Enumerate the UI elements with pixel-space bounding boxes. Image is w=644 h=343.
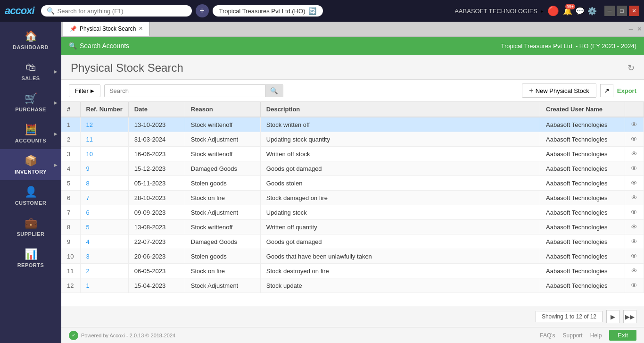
table-row[interactable]: 9 4 22-07-2023 Damaged Goods Goods got d… [61, 234, 644, 249]
table-row[interactable]: 1 12 13-10-2023 Stock writtenoff Stock w… [61, 117, 644, 132]
table-header-row: # Ref. Number Date Reason Description Cr… [61, 102, 644, 117]
refresh-icon[interactable]: 🔄 [308, 7, 316, 15]
global-search-input[interactable] [58, 8, 186, 15]
view-icon[interactable]: 👁 [631, 121, 637, 128]
cell-ref[interactable]: 10 [80, 147, 128, 161]
table-row[interactable]: 10 3 20-06-2023 Stolen goods Goods that … [61, 249, 644, 264]
cell-action[interactable]: 👁 [625, 132, 644, 147]
table-row[interactable]: 4 9 15-12-2023 Damaged Goods Goods got d… [61, 161, 644, 176]
accounts-icon: 🧮 [25, 124, 37, 136]
cell-ref[interactable]: 12 [80, 117, 128, 132]
cell-ref[interactable]: 3 [80, 249, 128, 264]
cell-action[interactable]: 👁 [625, 234, 644, 249]
view-icon[interactable]: 👁 [631, 209, 637, 216]
table-row[interactable]: 5 8 05-11-2023 Stolen goods Goods stolen… [61, 176, 644, 191]
cell-date: 13-08-2023 [128, 220, 185, 234]
cell-action[interactable]: 👁 [625, 205, 644, 220]
tab-close-icon[interactable]: ✕ [139, 25, 143, 32]
exit-button[interactable]: Exit [609, 330, 636, 341]
faqs-link[interactable]: FAQ's [540, 332, 555, 339]
search-input-bar[interactable]: 🔍 [104, 84, 283, 97]
export-button[interactable]: Export [617, 87, 636, 94]
pagination-next-button[interactable]: ▶ [606, 310, 619, 323]
view-icon[interactable]: 👁 [631, 194, 637, 201]
close-button[interactable]: ✕ [629, 6, 639, 16]
table-row[interactable]: 11 2 06-05-2023 Stock on fire Stock dest… [61, 264, 644, 278]
company-period-label: Tropical Treasures Pvt Ltd. - HO (FY 202… [501, 42, 636, 50]
view-icon[interactable]: 👁 [631, 238, 637, 245]
notification-icon[interactable]: 🔔 99+ [563, 7, 572, 16]
view-icon[interactable]: 👁 [631, 223, 637, 231]
page-refresh-icon[interactable]: ↻ [627, 63, 635, 73]
tab-close-all-icon[interactable]: ✕ [637, 25, 642, 33]
cell-ref[interactable]: 8 [80, 176, 128, 191]
tab-physical-stock-search[interactable]: 📌 Physical Stock Search ✕ [63, 22, 150, 36]
view-icon[interactable]: 👁 [631, 267, 637, 275]
table-row[interactable]: 12 1 15-04-2023 Stock Adjustment Stock u… [61, 278, 644, 293]
message-icon[interactable]: 💬 [575, 7, 585, 16]
settings-icon[interactable]: ⚙️ [587, 7, 597, 16]
sidebar-item-supplier[interactable]: 💼 SUPPLIER [0, 211, 61, 243]
cell-ref[interactable]: 11 [80, 132, 128, 147]
col-header-ref: Ref. Number [80, 102, 128, 117]
sidebar-label-reports: REPORTS [17, 262, 44, 268]
table-row[interactable]: 8 5 13-08-2023 Stock writtenoff Written … [61, 220, 644, 234]
cell-ref[interactable]: 5 [80, 220, 128, 234]
col-header-user: Created User Name [540, 102, 625, 117]
help-link[interactable]: Help [590, 332, 602, 339]
support-link[interactable]: Support [563, 332, 583, 339]
search-submit-button[interactable]: 🔍 [265, 85, 283, 97]
sidebar: 🏠 DASHBOARD 🛍 SALES ▶ 🛒 PURCHASE ▶ 🧮 ACC… [0, 22, 61, 343]
maximize-button[interactable]: □ [617, 6, 627, 16]
sidebar-item-accounts[interactable]: 🧮 ACCOUNTS ▶ [0, 118, 61, 149]
cell-action[interactable]: 👁 [625, 161, 644, 176]
sidebar-item-purchase[interactable]: 🛒 PURCHASE ▶ [0, 87, 61, 118]
cell-ref[interactable]: 7 [80, 191, 128, 205]
filter-button[interactable]: Filter ▶ [69, 84, 100, 97]
table-row[interactable]: 7 6 09-09-2023 Stock Adjustment Updating… [61, 205, 644, 220]
view-icon[interactable]: 👁 [631, 179, 637, 187]
sidebar-item-dashboard[interactable]: 🏠 DASHBOARD [0, 25, 61, 56]
sidebar-item-customer[interactable]: 👤 CUSTOMER [0, 180, 61, 211]
cell-action[interactable]: 👁 [625, 249, 644, 264]
open-external-icon[interactable]: ↗ [600, 84, 613, 97]
cell-ref[interactable]: 9 [80, 161, 128, 176]
customer-icon: 👤 [25, 186, 37, 198]
company-selector[interactable]: Tropical Treasures Pvt Ltd.(HO) 🔄 [213, 5, 323, 17]
cell-date: 13-10-2023 [128, 117, 185, 132]
sidebar-item-reports[interactable]: 📊 REPORTS [0, 243, 61, 274]
cell-ref[interactable]: 6 [80, 205, 128, 220]
table-row[interactable]: 6 7 28-10-2023 Stock on fire Stock damag… [61, 191, 644, 205]
table-row[interactable]: 2 11 31-03-2024 Stock Adjustment Updatin… [61, 132, 644, 147]
cell-num: 5 [61, 176, 80, 191]
table-row[interactable]: 3 10 16-06-2023 Stock writtenoff Written… [61, 147, 644, 161]
cell-ref[interactable]: 1 [80, 278, 128, 293]
cell-action[interactable]: 👁 [625, 264, 644, 278]
sidebar-item-inventory[interactable]: 📦 INVENTORY ▶ [0, 149, 61, 180]
view-icon[interactable]: 👁 [631, 252, 637, 260]
view-icon[interactable]: 👁 [631, 165, 637, 172]
cell-action[interactable]: 👁 [625, 220, 644, 234]
cell-action[interactable]: 👁 [625, 191, 644, 205]
minimize-button[interactable]: ─ [604, 6, 615, 16]
global-search-bar[interactable]: 🔍 [41, 5, 192, 17]
cell-reason: Stolen goods [185, 249, 260, 264]
pagination-last-button[interactable]: ▶▶ [623, 310, 636, 323]
cell-action[interactable]: 👁 [625, 147, 644, 161]
cell-action[interactable]: 👁 [625, 278, 644, 293]
view-icon[interactable]: 👁 [631, 150, 637, 158]
search-accounts-label[interactable]: 🔍 Search Accounts [69, 42, 129, 50]
cell-ref[interactable]: 2 [80, 264, 128, 278]
sidebar-item-sales[interactable]: 🛍 SALES ▶ [0, 56, 61, 87]
cell-ref[interactable]: 4 [80, 234, 128, 249]
view-icon[interactable]: 👁 [631, 135, 637, 143]
cell-action[interactable]: 👁 [625, 176, 644, 191]
cell-description: Written off quantity [260, 220, 540, 234]
view-icon[interactable]: 👁 [631, 282, 637, 289]
search-input[interactable] [105, 85, 265, 97]
add-button[interactable]: + [196, 4, 209, 17]
new-physical-stock-button[interactable]: + New Physical Stock [522, 84, 596, 98]
tab-minimize-icon[interactable]: ─ [629, 25, 633, 33]
cell-user: Aabasoft Technologies [540, 205, 625, 220]
cell-action[interactable]: 👁 [625, 117, 644, 132]
